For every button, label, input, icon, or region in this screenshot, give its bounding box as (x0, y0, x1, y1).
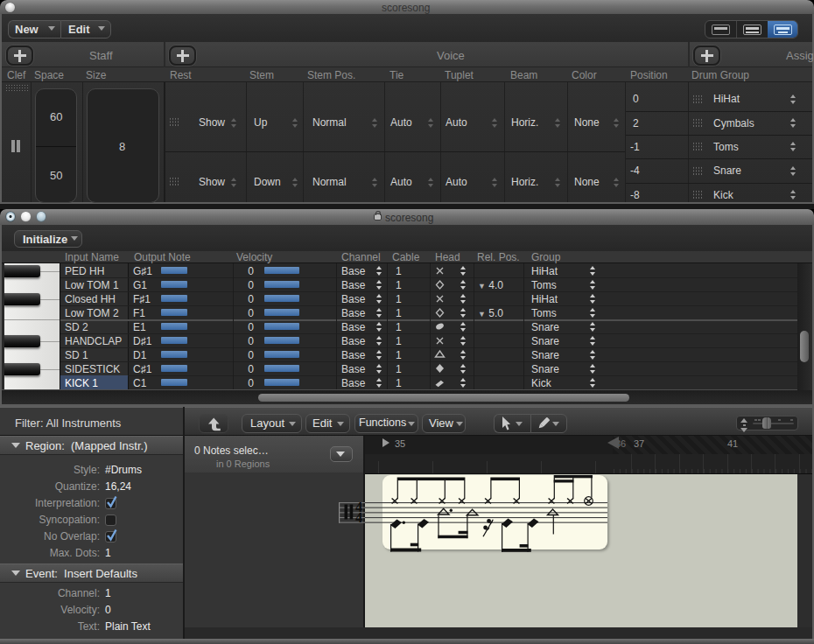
svg-text:4: 4 (355, 510, 362, 525)
